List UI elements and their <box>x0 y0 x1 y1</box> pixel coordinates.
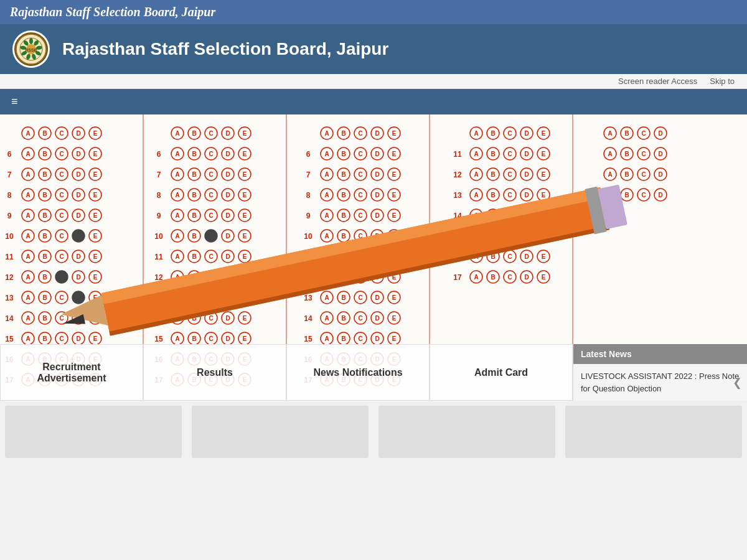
svg-text:A: A <box>324 130 329 137</box>
svg-text:E: E <box>392 335 397 342</box>
page-wrapper: Rajasthan Staff Selection Board, Jaipur <box>0 0 747 463</box>
svg-text:10: 10 <box>5 232 14 241</box>
svg-text:D: D <box>76 212 80 219</box>
nav-card-recruitment[interactable]: Recruitment Advertisement <box>0 344 143 401</box>
svg-text:C: C <box>59 212 63 219</box>
svg-text:E: E <box>243 315 247 322</box>
latest-news-content: LIVESTOCK ASSISTANT 2022 : Press Note fo… <box>573 364 747 401</box>
svg-point-111 <box>72 291 85 304</box>
svg-text:D: D <box>76 253 80 260</box>
hamburger-icon[interactable]: ≡ <box>6 93 23 111</box>
nav-card-results[interactable]: Results <box>143 344 286 401</box>
svg-text:B: B <box>42 315 47 322</box>
svg-text:E: E <box>392 294 397 301</box>
svg-text:B: B <box>341 233 345 240</box>
svg-text:D: D <box>375 294 379 301</box>
skip-to-link[interactable]: Skip to <box>710 77 735 86</box>
svg-text:B: B <box>341 151 345 157</box>
svg-text:7: 7 <box>306 170 311 179</box>
svg-text:C: C <box>59 130 63 137</box>
latest-news-panel: Latest News LIVESTOCK ASSISTANT 2022 : P… <box>573 344 747 401</box>
svg-text:A: A <box>324 151 329 157</box>
svg-text:A: A <box>175 171 179 178</box>
svg-text:C: C <box>507 192 512 198</box>
svg-text:E: E <box>243 253 247 260</box>
svg-text:C: C <box>59 294 63 301</box>
svg-text:E: E <box>243 130 247 137</box>
latest-news-item: LIVESTOCK ASSISTANT 2022 : Press Note fo… <box>581 371 739 393</box>
svg-text:A: A <box>474 130 478 137</box>
svg-text:D: D <box>524 192 529 198</box>
svg-text:B: B <box>624 130 629 137</box>
svg-text:D: D <box>76 274 80 281</box>
svg-text:B: B <box>192 212 196 219</box>
svg-text:E: E <box>93 151 98 157</box>
svg-text:D: D <box>225 151 230 157</box>
svg-text:A: A <box>324 192 329 198</box>
svg-text:B: B <box>42 335 47 342</box>
access-bar: Screen reader Access Skip to <box>0 74 747 89</box>
svg-text:9: 9 <box>157 212 161 220</box>
svg-text:A: A <box>26 253 30 260</box>
svg-text:B: B <box>192 233 196 240</box>
svg-text:B: B <box>491 274 495 281</box>
svg-text:B: B <box>192 253 196 260</box>
svg-text:B: B <box>42 151 47 157</box>
svg-text:6: 6 <box>306 150 311 159</box>
svg-text:C: C <box>641 130 646 137</box>
svg-text:12: 12 <box>453 170 462 179</box>
svg-text:B: B <box>192 171 196 178</box>
svg-text:A: A <box>26 315 30 322</box>
svg-text:B: B <box>491 151 495 157</box>
site-title: Rajasthan Staff Selection Board, Jaipur <box>62 39 388 59</box>
svg-text:A: A <box>26 130 30 137</box>
svg-text:B: B <box>42 171 47 178</box>
svg-text:C: C <box>209 253 213 260</box>
svg-text:9: 9 <box>7 212 12 220</box>
svg-text:B: B <box>624 192 629 198</box>
svg-text:E: E <box>93 233 98 240</box>
footer-card-1 <box>5 406 182 458</box>
svg-text:E: E <box>243 192 247 198</box>
svg-text:B: B <box>42 233 47 240</box>
svg-text:11: 11 <box>154 253 163 261</box>
svg-text:C: C <box>209 171 213 178</box>
svg-text:A: A <box>175 130 179 137</box>
svg-text:8: 8 <box>157 191 161 200</box>
svg-point-2 <box>29 38 33 44</box>
nav-card-news[interactable]: News Notifications <box>286 344 430 401</box>
svg-text:C: C <box>209 151 213 157</box>
svg-text:D: D <box>524 130 529 137</box>
svg-text:B: B <box>192 335 196 342</box>
svg-text:C: C <box>507 253 512 260</box>
svg-text:E: E <box>542 151 546 157</box>
svg-text:11: 11 <box>5 253 14 261</box>
logo-emblem: RSSB <box>14 32 48 66</box>
svg-text:RSSB: RSSB <box>25 48 37 52</box>
svg-text:A: A <box>608 151 612 157</box>
svg-text:B: B <box>192 151 196 157</box>
svg-text:C: C <box>507 274 512 281</box>
svg-text:E: E <box>243 233 247 240</box>
svg-text:7: 7 <box>157 170 161 179</box>
svg-text:A: A <box>324 212 329 219</box>
nav-card-admit-label: Admit Card <box>474 367 528 378</box>
latest-news-arrow-icon[interactable]: ❮ <box>733 374 742 391</box>
svg-text:C: C <box>507 171 512 178</box>
svg-text:C: C <box>209 315 213 322</box>
svg-text:C: C <box>59 233 63 240</box>
svg-text:D: D <box>225 171 230 178</box>
svg-text:10: 10 <box>304 232 312 241</box>
svg-text:8: 8 <box>7 191 12 200</box>
svg-point-99 <box>55 271 68 283</box>
site-logo: RSSB <box>12 30 50 68</box>
bottom-nav: Recruitment Advertisement Results News N… <box>0 344 747 401</box>
svg-text:A: A <box>175 212 179 219</box>
svg-text:D: D <box>76 151 80 157</box>
svg-text:B: B <box>341 192 345 198</box>
screen-reader-link[interactable]: Screen reader Access <box>618 77 697 86</box>
svg-text:D: D <box>375 192 379 198</box>
svg-text:E: E <box>243 171 247 178</box>
svg-text:B: B <box>42 130 47 137</box>
nav-card-admit[interactable]: Admit Card <box>430 344 573 401</box>
